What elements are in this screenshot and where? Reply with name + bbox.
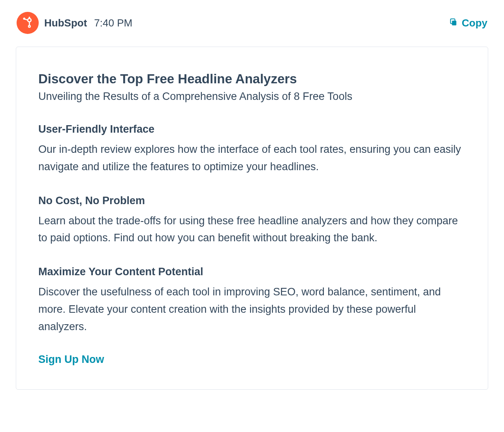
section: Maximize Your Content Potential Discover…	[38, 265, 466, 335]
svg-point-2	[28, 17, 30, 18]
header-left: HubSpot 7:40 PM	[17, 12, 132, 34]
copy-icon	[449, 17, 458, 29]
message-header: HubSpot 7:40 PM Copy	[16, 12, 488, 34]
card-title: Discover the Top Free Headline Analyzers	[38, 71, 466, 87]
timestamp: 7:40 PM	[94, 17, 132, 29]
brand-name: HubSpot	[44, 17, 87, 29]
section: No Cost, No Problem Learn about the trad…	[38, 194, 466, 247]
sign-up-link[interactable]: Sign Up Now	[38, 353, 104, 366]
section-body: Learn about the trade-offs for using the…	[38, 212, 466, 247]
copy-label: Copy	[462, 17, 487, 29]
section-heading: Maximize Your Content Potential	[38, 265, 466, 279]
section-heading: No Cost, No Problem	[38, 194, 466, 208]
svg-point-1	[28, 19, 31, 22]
hubspot-logo-icon	[22, 16, 34, 30]
section-heading: User-Friendly Interface	[38, 122, 466, 136]
section: User-Friendly Interface Our in-depth rev…	[38, 122, 466, 176]
svg-rect-7	[452, 21, 456, 25]
hubspot-avatar	[17, 12, 39, 34]
card-subtitle: Unveiling the Results of a Comprehensive…	[38, 89, 466, 104]
copy-button[interactable]: Copy	[449, 17, 487, 29]
svg-point-3	[28, 25, 30, 27]
section-body: Discover the usefulness of each tool in …	[38, 284, 466, 335]
content-card: Discover the Top Free Headline Analyzers…	[16, 47, 488, 390]
section-body: Our in-depth review explores how the int…	[38, 141, 466, 175]
